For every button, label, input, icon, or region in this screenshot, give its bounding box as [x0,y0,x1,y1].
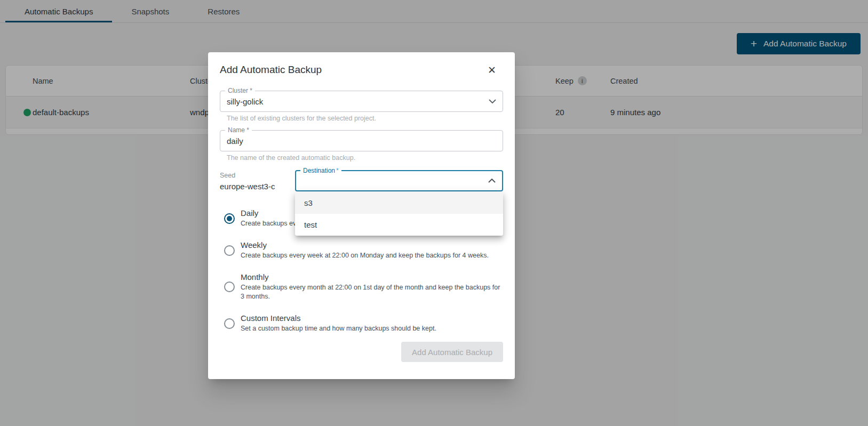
seed-readonly-field: Seed europe-west3-c [220,170,295,191]
name-input[interactable]: Name * daily [220,130,503,151]
seed-value: europe-west3-c [220,182,295,191]
radio-weekly-description: Create backups every week at 22:00 on Mo… [241,251,503,260]
radio-daily[interactable] [224,213,235,224]
radio-weekly-label: Weekly [241,240,503,250]
destination-options-menu: s3 test [295,192,503,236]
radio-custom-intervals-description: Set a custom backup time and how many ba… [241,324,503,333]
menu-item-test[interactable]: test [295,214,503,236]
cluster-select-label: Cluster * [225,87,255,94]
radio-monthly-label: Monthly [241,272,503,282]
radio-custom-intervals-label: Custom Intervals [241,314,503,323]
dialog-title: Add Automatic Backup [220,64,322,76]
close-icon[interactable]: ✕ [484,62,500,78]
schedule-option-monthly[interactable]: Monthly Create backups every month at 22… [220,272,503,301]
name-input-value: daily [227,136,243,146]
radio-weekly[interactable] [224,245,235,256]
cluster-helper-text: The list of existing clusters for the se… [227,115,503,122]
name-input-label: Name * [225,127,252,134]
radio-monthly[interactable] [224,282,235,292]
schedule-option-custom-intervals[interactable]: Custom Intervals Set a custom backup tim… [220,314,503,333]
page: Automatic Backups Snapshots Restores + A… [0,0,868,426]
cluster-select-value: silly-golick [227,97,263,106]
destination-select-label: Destination* [300,167,341,174]
name-helper-text: The name of the created automatic backup… [227,154,503,162]
chevron-up-icon [488,179,496,183]
menu-item-s3[interactable]: s3 [295,192,503,214]
cluster-select[interactable]: Cluster * silly-golick [220,91,503,112]
dialog-add-automatic-backup-button[interactable]: Add Automatic Backup [401,342,503,362]
required-asterisk: * [336,167,339,174]
chevron-down-icon [489,99,496,103]
seed-label: Seed [220,172,295,179]
add-automatic-backup-dialog: Add Automatic Backup ✕ Cluster * silly-g… [208,52,515,379]
schedule-option-weekly[interactable]: Weekly Create backups every week at 22:0… [220,240,503,260]
destination-select[interactable]: Destination* [295,170,503,191]
radio-custom-intervals[interactable] [224,318,235,329]
radio-monthly-description: Create backups every month at 22:00 on 1… [241,283,503,301]
